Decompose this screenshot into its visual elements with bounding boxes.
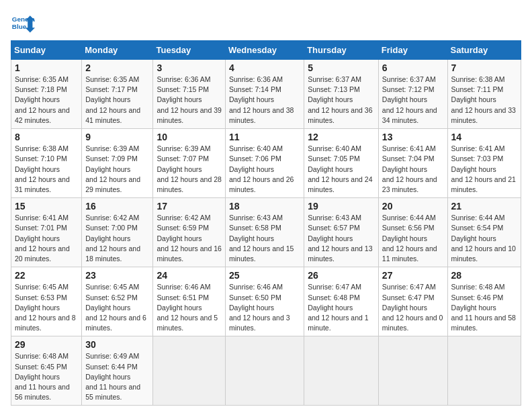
- day-cell: 18 Sunrise: 6:43 AM Sunset: 6:58 PM Dayl…: [226, 198, 304, 267]
- day-info: Sunrise: 6:42 AM Sunset: 6:59 PM Dayligh…: [157, 213, 222, 264]
- day-number: 20: [382, 201, 444, 212]
- day-cell: 9 Sunrise: 6:39 AM Sunset: 7:09 PM Dayli…: [82, 129, 153, 198]
- day-info: Sunrise: 6:42 AM Sunset: 7:00 PM Dayligh…: [85, 213, 149, 264]
- day-cell: 1 Sunrise: 6:35 AM Sunset: 7:18 PM Dayli…: [11, 60, 82, 129]
- day-cell: [447, 336, 521, 406]
- week-row-3: 15 Sunrise: 6:41 AM Sunset: 7:01 PM Dayl…: [11, 198, 521, 267]
- day-cell: 25 Sunrise: 6:46 AM Sunset: 6:50 PM Dayl…: [226, 267, 304, 336]
- logo-icon: General Blue: [11, 11, 35, 35]
- day-cell: 23 Sunrise: 6:45 AM Sunset: 6:52 PM Dayl…: [82, 267, 153, 336]
- day-cell: 16 Sunrise: 6:42 AM Sunset: 7:00 PM Dayl…: [82, 198, 153, 267]
- day-cell: 17 Sunrise: 6:42 AM Sunset: 6:59 PM Dayl…: [153, 198, 226, 267]
- day-number: 27: [382, 270, 444, 281]
- day-cell: 15 Sunrise: 6:41 AM Sunset: 7:01 PM Dayl…: [11, 198, 82, 267]
- day-info: Sunrise: 6:43 AM Sunset: 6:57 PM Dayligh…: [308, 213, 375, 264]
- day-number: 5: [308, 62, 375, 73]
- day-cell: 27 Sunrise: 6:47 AM Sunset: 6:47 PM Dayl…: [378, 267, 447, 336]
- day-cell: 30 Sunrise: 6:49 AM Sunset: 6:44 PM Dayl…: [82, 336, 153, 406]
- day-number: 17: [157, 201, 222, 212]
- day-number: 21: [451, 201, 517, 212]
- col-header-saturday: Saturday: [447, 41, 521, 60]
- day-cell: [304, 336, 379, 406]
- day-info: Sunrise: 6:41 AM Sunset: 7:04 PM Dayligh…: [382, 144, 444, 195]
- logo: General Blue: [11, 11, 38, 35]
- day-info: Sunrise: 6:47 AM Sunset: 6:47 PM Dayligh…: [382, 282, 444, 333]
- day-info: Sunrise: 6:35 AM Sunset: 7:18 PM Dayligh…: [15, 75, 78, 126]
- day-info: Sunrise: 6:43 AM Sunset: 6:58 PM Dayligh…: [229, 213, 300, 264]
- day-number: 8: [15, 132, 78, 142]
- day-cell: 20 Sunrise: 6:44 AM Sunset: 6:56 PM Dayl…: [378, 198, 447, 267]
- day-cell: 4 Sunrise: 6:36 AM Sunset: 7:14 PM Dayli…: [226, 60, 304, 129]
- day-number: 13: [382, 132, 444, 142]
- calendar-table: SundayMondayTuesdayWednesdayThursdayFrid…: [11, 40, 521, 406]
- day-cell: 22 Sunrise: 6:45 AM Sunset: 6:53 PM Dayl…: [11, 267, 82, 336]
- day-info: Sunrise: 6:46 AM Sunset: 6:51 PM Dayligh…: [157, 282, 222, 333]
- day-info: Sunrise: 6:41 AM Sunset: 7:01 PM Dayligh…: [15, 213, 78, 264]
- day-info: Sunrise: 6:46 AM Sunset: 6:50 PM Dayligh…: [229, 282, 300, 333]
- day-number: 29: [15, 339, 78, 350]
- day-info: Sunrise: 6:38 AM Sunset: 7:11 PM Dayligh…: [451, 75, 517, 126]
- col-header-tuesday: Tuesday: [153, 41, 226, 60]
- day-cell: [226, 336, 304, 406]
- col-header-friday: Friday: [378, 41, 447, 60]
- day-info: Sunrise: 6:44 AM Sunset: 6:56 PM Dayligh…: [382, 213, 444, 264]
- col-header-wednesday: Wednesday: [226, 41, 304, 60]
- day-number: 12: [308, 132, 375, 142]
- day-cell: 2 Sunrise: 6:35 AM Sunset: 7:17 PM Dayli…: [82, 60, 153, 129]
- day-cell: 24 Sunrise: 6:46 AM Sunset: 6:51 PM Dayl…: [153, 267, 226, 336]
- day-cell: 14 Sunrise: 6:41 AM Sunset: 7:03 PM Dayl…: [447, 129, 521, 198]
- day-number: 26: [308, 270, 375, 281]
- day-info: Sunrise: 6:45 AM Sunset: 6:53 PM Dayligh…: [15, 282, 78, 333]
- day-info: Sunrise: 6:45 AM Sunset: 6:52 PM Dayligh…: [85, 282, 149, 333]
- day-number: 1: [15, 62, 78, 73]
- svg-text:Blue: Blue: [12, 23, 27, 30]
- day-info: Sunrise: 6:37 AM Sunset: 7:12 PM Dayligh…: [382, 75, 444, 126]
- day-info: Sunrise: 6:39 AM Sunset: 7:07 PM Dayligh…: [157, 144, 222, 195]
- col-header-thursday: Thursday: [304, 41, 379, 60]
- day-number: 19: [308, 201, 375, 212]
- week-row-2: 8 Sunrise: 6:38 AM Sunset: 7:10 PM Dayli…: [11, 129, 521, 198]
- day-number: 2: [85, 62, 149, 73]
- day-info: Sunrise: 6:44 AM Sunset: 6:54 PM Dayligh…: [451, 213, 517, 264]
- day-number: 6: [382, 62, 444, 73]
- day-number: 25: [229, 270, 300, 281]
- day-cell: 8 Sunrise: 6:38 AM Sunset: 7:10 PM Dayli…: [11, 129, 82, 198]
- day-cell: 11 Sunrise: 6:40 AM Sunset: 7:06 PM Dayl…: [226, 129, 304, 198]
- day-number: 23: [85, 270, 149, 281]
- day-number: 7: [451, 62, 517, 73]
- day-cell: 19 Sunrise: 6:43 AM Sunset: 6:57 PM Dayl…: [304, 198, 379, 267]
- week-row-1: 1 Sunrise: 6:35 AM Sunset: 7:18 PM Dayli…: [11, 60, 521, 129]
- day-cell: 7 Sunrise: 6:38 AM Sunset: 7:11 PM Dayli…: [447, 60, 521, 129]
- day-info: Sunrise: 6:39 AM Sunset: 7:09 PM Dayligh…: [85, 144, 149, 195]
- day-cell: 21 Sunrise: 6:44 AM Sunset: 6:54 PM Dayl…: [447, 198, 521, 267]
- day-info: Sunrise: 6:36 AM Sunset: 7:15 PM Dayligh…: [157, 75, 222, 126]
- day-cell: 3 Sunrise: 6:36 AM Sunset: 7:15 PM Dayli…: [153, 60, 226, 129]
- day-number: 22: [15, 270, 78, 281]
- header-row: SundayMondayTuesdayWednesdayThursdayFrid…: [11, 41, 521, 60]
- day-cell: 29 Sunrise: 6:48 AM Sunset: 6:45 PM Dayl…: [11, 336, 82, 406]
- day-info: Sunrise: 6:36 AM Sunset: 7:14 PM Dayligh…: [229, 75, 300, 126]
- day-info: Sunrise: 6:49 AM Sunset: 6:44 PM Dayligh…: [85, 351, 149, 402]
- day-number: 11: [229, 132, 300, 142]
- day-number: 28: [451, 270, 517, 281]
- day-info: Sunrise: 6:48 AM Sunset: 6:45 PM Dayligh…: [15, 351, 78, 402]
- day-number: 18: [229, 201, 300, 212]
- day-number: 10: [157, 132, 222, 142]
- day-cell: 28 Sunrise: 6:48 AM Sunset: 6:46 PM Dayl…: [447, 267, 521, 336]
- col-header-monday: Monday: [82, 41, 153, 60]
- day-cell: 12 Sunrise: 6:40 AM Sunset: 7:05 PM Dayl…: [304, 129, 379, 198]
- day-info: Sunrise: 6:47 AM Sunset: 6:48 PM Dayligh…: [308, 282, 375, 333]
- day-info: Sunrise: 6:41 AM Sunset: 7:03 PM Dayligh…: [451, 144, 517, 195]
- day-info: Sunrise: 6:38 AM Sunset: 7:10 PM Dayligh…: [15, 144, 78, 195]
- page-header: General Blue: [11, 11, 521, 35]
- day-cell: 10 Sunrise: 6:39 AM Sunset: 7:07 PM Dayl…: [153, 129, 226, 198]
- day-number: 15: [15, 201, 78, 212]
- day-number: 16: [85, 201, 149, 212]
- day-number: 3: [157, 62, 222, 73]
- day-number: 4: [229, 62, 300, 73]
- day-info: Sunrise: 6:40 AM Sunset: 7:06 PM Dayligh…: [229, 144, 300, 195]
- day-number: 24: [157, 270, 222, 281]
- day-cell: [153, 336, 226, 406]
- day-cell: [378, 336, 447, 406]
- day-cell: 13 Sunrise: 6:41 AM Sunset: 7:04 PM Dayl…: [378, 129, 447, 198]
